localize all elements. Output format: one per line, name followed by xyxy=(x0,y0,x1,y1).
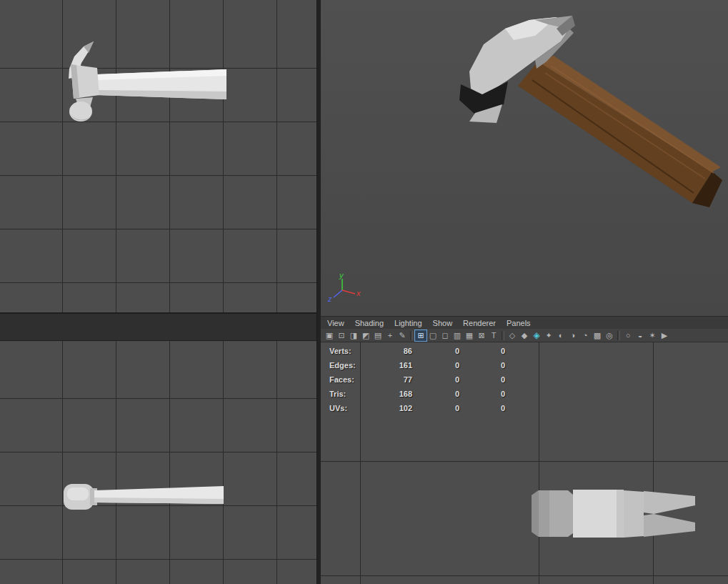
menu-view[interactable]: View xyxy=(327,319,344,327)
toolbar-separator xyxy=(502,331,504,340)
hud-label: UVs: xyxy=(329,404,365,412)
motion-blur-icon[interactable]: ◔ xyxy=(579,330,591,341)
maya-quad-view: y z x View Shading Lighting Show Rendere… xyxy=(0,0,728,584)
hud-value-col3: 0 xyxy=(459,390,505,398)
hammer-claw-lower-prong[interactable] xyxy=(644,514,695,537)
hammer-head-block-shade xyxy=(617,490,624,538)
textured-icon[interactable]: ◈ xyxy=(531,330,542,341)
panel-icon-toolbar: ▣ ⊡ ◨ ◩ ▤ + ✎ ⊞ ▢ ◻ ▥ ▦ ⊠ T ◇ ◆ ◈ ✦ ◐ ◑ … xyxy=(321,329,728,342)
hammer-model-perspective[interactable] xyxy=(321,0,728,316)
film-gate-icon[interactable]: ▢ xyxy=(427,330,439,341)
lock-camera-icon[interactable]: ⊡ xyxy=(336,330,347,341)
left-panel-menubar[interactable] xyxy=(0,312,316,341)
grid-icon[interactable]: ⊞ xyxy=(415,330,427,341)
panel-menu-bar: View Shading Lighting Show Renderer Pane… xyxy=(321,316,728,329)
isolate-select-icon[interactable]: ○ xyxy=(622,330,634,341)
multisample-icon[interactable]: ▩ xyxy=(592,330,603,341)
field-chart-icon[interactable]: ▦ xyxy=(464,330,475,341)
hud-label: Tris: xyxy=(329,390,365,398)
pan-zoom-2d-icon[interactable]: + xyxy=(384,330,396,341)
screen-space-ao-icon[interactable]: ◑ xyxy=(567,330,579,341)
hammer-pommel[interactable] xyxy=(69,102,92,122)
xray-icon[interactable]: ◒ xyxy=(634,330,646,341)
hammer-claw-upper-prong[interactable] xyxy=(644,491,695,514)
hud-value-col3: 0 xyxy=(459,404,505,412)
viewport-side-ortho[interactable] xyxy=(0,0,316,312)
menu-show[interactable]: Show xyxy=(433,319,453,327)
depth-of-field-icon[interactable]: ◎ xyxy=(604,330,615,341)
hammer-handle-shade xyxy=(97,90,226,99)
hud-value-col3: 0 xyxy=(459,375,505,384)
hud-label: Edges: xyxy=(329,361,365,370)
menu-shading[interactable]: Shading xyxy=(355,319,384,327)
hud-value-col2: 0 xyxy=(412,390,459,398)
select-camera-icon[interactable]: ▣ xyxy=(324,330,335,341)
hammer-model-top-view[interactable] xyxy=(0,341,316,584)
hud-value-col2: 0 xyxy=(412,347,459,355)
hud-value-total: 86 xyxy=(365,347,412,355)
wood-grain-streak xyxy=(545,73,705,179)
safe-title-icon[interactable]: T xyxy=(488,330,499,341)
viewport-front-ortho[interactable]: Verts: 86 0 0 Edges: 161 0 0 Faces: 77 0… xyxy=(321,342,728,584)
axis-y-label: y xyxy=(339,272,344,279)
wireframe-icon[interactable]: ◇ xyxy=(507,330,518,341)
hammer-head-block[interactable] xyxy=(573,490,624,538)
poly-count-hud: Verts: 86 0 0 Edges: 161 0 0 Faces: 77 0… xyxy=(329,344,505,415)
bookmarks-icon[interactable]: ◩ xyxy=(360,330,372,341)
grease-pencil-icon[interactable]: ✎ xyxy=(397,330,408,341)
axis-x-label: x xyxy=(356,289,361,297)
hammer-claw-base xyxy=(624,490,644,538)
exposure-icon[interactable]: ✶ xyxy=(647,330,658,341)
axis-z-line xyxy=(334,290,342,297)
hud-value-col2: 0 xyxy=(412,375,459,384)
axis-x-line xyxy=(342,290,355,294)
menu-renderer[interactable]: Renderer xyxy=(463,319,496,327)
resolution-gate-icon[interactable]: ◻ xyxy=(439,330,451,341)
hud-value-total: 161 xyxy=(365,361,412,370)
smooth-shade-icon[interactable]: ◆ xyxy=(519,330,530,341)
safe-action-icon[interactable]: ⊠ xyxy=(476,330,487,341)
menu-lighting[interactable]: Lighting xyxy=(394,319,422,327)
paint-effects-icon[interactable]: ▶ xyxy=(659,330,670,341)
gate-mask-icon[interactable]: ▥ xyxy=(452,330,463,341)
viewport-perspective[interactable]: y z x xyxy=(321,0,728,316)
image-plane-icon[interactable]: ▤ xyxy=(372,330,384,341)
hammer-model-side-view[interactable] xyxy=(0,0,316,312)
hud-value-col3: 0 xyxy=(459,347,505,355)
toolbar-separator xyxy=(617,331,620,340)
hud-value-col2: 0 xyxy=(412,404,459,412)
hammer-poll-shade xyxy=(539,490,549,537)
shadows-icon[interactable]: ◐ xyxy=(555,330,567,341)
hud-value-total: 168 xyxy=(365,390,412,398)
hud-label: Verts: xyxy=(329,347,365,355)
hud-label: Faces: xyxy=(329,375,365,384)
hud-value-total: 102 xyxy=(365,404,412,412)
axis-z-label: z xyxy=(327,295,332,303)
hammer-handle-wood[interactable] xyxy=(518,61,712,203)
axis-gizmo: y z x xyxy=(326,272,367,305)
hud-value-total: 77 xyxy=(365,375,412,384)
use-all-lights-icon[interactable]: ✦ xyxy=(543,330,554,341)
hud-value-col2: 0 xyxy=(412,361,459,370)
toolbar-separator xyxy=(410,331,413,340)
hammer-poll-cap-shade xyxy=(532,490,539,537)
hud-value-col3: 0 xyxy=(459,361,505,370)
viewport-top-ortho[interactable] xyxy=(0,341,316,584)
menu-panels[interactable]: Panels xyxy=(507,319,531,327)
hammer-head-top-highlight xyxy=(67,488,89,500)
camera-attributes-icon[interactable]: ◨ xyxy=(348,330,359,341)
